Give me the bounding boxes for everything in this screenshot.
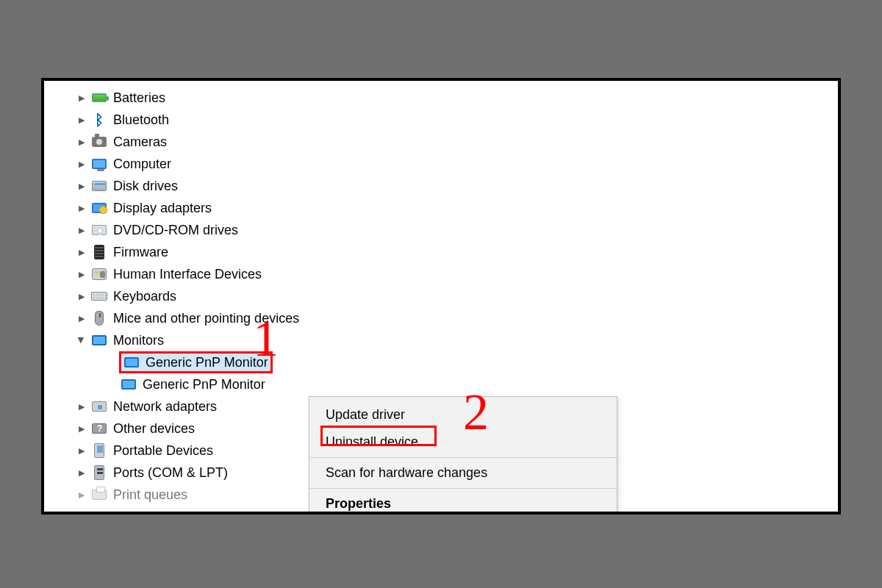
tree-item-mice[interactable]: ▶ Mice and other pointing devices [44, 307, 838, 329]
chevron-right-icon[interactable]: ▶ [76, 313, 87, 323]
camera-icon [91, 134, 107, 150]
tree-item-cameras[interactable]: ▶ Cameras [44, 131, 838, 153]
tree-item-bluetooth[interactable]: ▶ ᛒ Bluetooth [44, 109, 838, 131]
menu-item-scan-hardware[interactable]: Scan for hardware changes [309, 459, 617, 487]
chevron-right-icon[interactable]: ▶ [76, 490, 87, 500]
chevron-right-icon[interactable]: ▶ [76, 467, 87, 478]
chevron-right-icon[interactable]: ▶ [76, 247, 87, 257]
tree-item-label: Bluetooth [113, 112, 169, 128]
bluetooth-icon: ᛒ [91, 112, 107, 128]
tree-item-label: Monitors [113, 333, 164, 348]
menu-item-label: Scan for hardware changes [326, 465, 487, 480]
tree-item-keyboards[interactable]: ▶ Keyboards [44, 285, 838, 307]
chevron-right-icon[interactable]: ▶ [76, 269, 87, 279]
ports-icon [91, 465, 107, 481]
chevron-right-icon[interactable]: ▶ [76, 159, 87, 169]
keyboard-icon [91, 288, 107, 304]
tree-item-label: Ports (COM & LPT) [113, 465, 228, 481]
tree-item-label: Human Interface Devices [113, 267, 262, 282]
menu-item-label: Uninstall device [326, 434, 418, 449]
tree-item-generic-pnp-monitor-2[interactable]: ▶ Generic PnP Monitor [44, 373, 838, 395]
printer-icon [91, 487, 107, 503]
tree-item-label: Generic PnP Monitor [143, 377, 265, 392]
tree-item-disk-drives[interactable]: ▶ Disk drives [44, 175, 838, 197]
tree-item-label: Computer [113, 157, 171, 172]
chevron-down-icon[interactable]: ▶ [76, 335, 87, 345]
disk-icon [91, 178, 107, 194]
tree-item-hid[interactable]: ▶ Human Interface Devices [44, 263, 838, 285]
tree-item-label: Batteries [113, 90, 165, 106]
portable-device-icon [91, 442, 107, 459]
chevron-right-icon[interactable]: ▶ [76, 181, 87, 191]
chevron-right-icon[interactable]: ▶ [76, 137, 87, 147]
menu-item-label: Update driver [326, 407, 405, 422]
tree-item-label: Cameras [113, 135, 167, 150]
chevron-right-icon[interactable]: ▶ [76, 401, 87, 412]
firmware-icon [91, 244, 107, 260]
chevron-right-icon[interactable]: ▶ [76, 93, 87, 103]
hid-icon [91, 266, 107, 282]
battery-icon [91, 90, 107, 106]
tree-item-label: Firmware [113, 245, 168, 260]
context-menu: Update driver Uninstall device Scan for … [309, 396, 617, 514]
tree-item-monitors[interactable]: ▶ Monitors [44, 329, 838, 351]
tree-item-computer[interactable]: ▶ Computer [44, 153, 838, 175]
tree-item-dvd[interactable]: ▶ DVD/CD-ROM drives [44, 219, 838, 241]
computer-icon [91, 156, 107, 172]
tree-item-label: Print queues [113, 487, 187, 503]
tree-item-label: Other devices [113, 421, 195, 437]
menu-item-properties[interactable]: Properties [309, 490, 617, 514]
monitor-icon [121, 376, 137, 392]
mouse-icon [91, 310, 107, 326]
chevron-right-icon[interactable]: ▶ [76, 423, 87, 434]
tree-item-label: Portable Devices [113, 443, 213, 459]
tree-item-firmware[interactable]: ▶ Firmware [44, 241, 838, 263]
menu-item-uninstall-device[interactable]: Uninstall device [309, 429, 617, 456]
tree-item-label: Display adapters [113, 201, 212, 216]
tree-item-label: DVD/CD-ROM drives [113, 223, 238, 238]
chevron-right-icon[interactable]: ▶ [76, 291, 87, 301]
network-icon [91, 398, 107, 415]
monitor-icon [123, 354, 140, 370]
tree-item-display-adapters[interactable]: ▶ Display adapters [44, 197, 838, 219]
menu-item-update-driver[interactable]: Update driver [309, 401, 617, 429]
tree-item-label: Keyboards [113, 289, 176, 304]
tree-item-label: Disk drives [113, 179, 178, 194]
chevron-right-icon[interactable]: ▶ [76, 203, 87, 213]
device-manager-window: ▶ Batteries ▶ ᛒ Bluetooth ▶ Cameras ▶ Co… [41, 78, 841, 514]
menu-separator [309, 457, 617, 458]
menu-item-label: Properties [326, 496, 391, 511]
tree-item-label: Mice and other pointing devices [113, 311, 299, 326]
tree-item-label: Network adapters [113, 399, 217, 415]
tree-item-batteries[interactable]: ▶ Batteries [44, 87, 838, 109]
chevron-right-icon[interactable]: ▶ [76, 225, 87, 235]
chevron-right-icon[interactable]: ▶ [76, 445, 87, 456]
tree-item-generic-pnp-monitor-1[interactable]: ▶ Generic PnP Monitor [44, 351, 838, 373]
display-adapter-icon [91, 200, 107, 216]
chevron-right-icon[interactable]: ▶ [76, 115, 87, 125]
menu-separator [309, 488, 617, 489]
monitor-icon [91, 332, 107, 348]
other-devices-icon [91, 420, 107, 437]
dvd-icon [91, 222, 107, 238]
tree-item-label: Generic PnP Monitor [146, 355, 268, 370]
